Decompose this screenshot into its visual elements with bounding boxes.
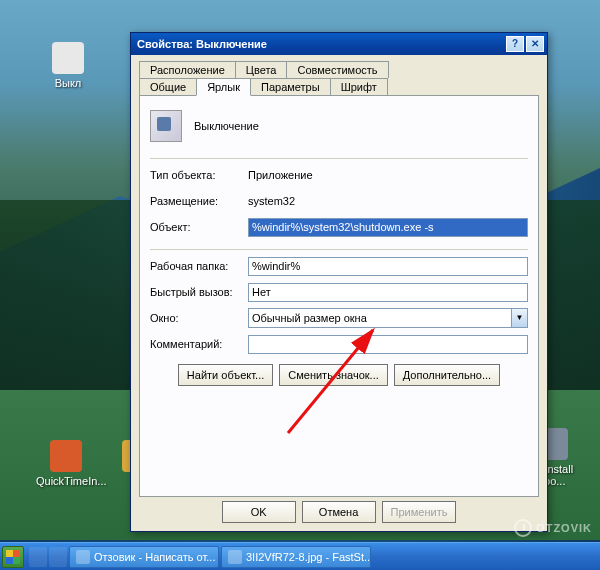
hotkey-label: Быстрый вызов: xyxy=(150,286,248,298)
change-icon-button[interactable]: Сменить значок... xyxy=(279,364,388,386)
close-button[interactable]: ✕ xyxy=(526,36,544,52)
desktop-icon-quicktime[interactable]: QuickTimeIn... xyxy=(36,440,96,487)
location-label: Размещение: xyxy=(150,195,248,207)
apply-button[interactable]: Применить xyxy=(382,501,457,523)
location-value: system32 xyxy=(248,195,295,207)
type-value: Приложение xyxy=(248,169,313,181)
type-label: Тип объекта: xyxy=(150,169,248,181)
find-target-button[interactable]: Найти объект... xyxy=(178,364,273,386)
hotkey-input[interactable] xyxy=(248,283,528,302)
desktop-icon-shutdown[interactable]: Выкл xyxy=(38,42,98,89)
watermark: OTZOVIK xyxy=(514,519,592,537)
workdir-input[interactable] xyxy=(248,257,528,276)
ok-button[interactable]: OK xyxy=(222,501,296,523)
comment-input[interactable] xyxy=(248,335,528,354)
target-input[interactable] xyxy=(248,218,528,237)
quicklaunch-icon[interactable] xyxy=(49,547,67,567)
window-label: Окно: xyxy=(150,312,248,324)
quicklaunch-icon[interactable] xyxy=(29,547,47,567)
shortcut-icon xyxy=(150,110,182,142)
start-button[interactable] xyxy=(2,546,24,568)
taskbar-item-firefox[interactable]: Отзовик - Написать от... xyxy=(69,546,219,568)
tab-font[interactable]: Шрифт xyxy=(330,78,388,95)
target-label: Объект: xyxy=(150,221,248,233)
taskbar-item-faststone[interactable]: 3II2VfR72-8.jpg - FastSt... xyxy=(221,546,371,568)
properties-dialog: Свойства: Выключение ? ✕ Расположение Цв… xyxy=(130,32,548,532)
advanced-button[interactable]: Дополнительно... xyxy=(394,364,500,386)
firefox-icon xyxy=(76,550,90,564)
comment-label: Комментарий: xyxy=(150,338,248,350)
dialog-title: Свойства: Выключение xyxy=(137,38,504,50)
tabs-container: Расположение Цвета Совместимость Общие Я… xyxy=(131,55,547,95)
cancel-button[interactable]: Отмена xyxy=(302,501,376,523)
tab-panel: Выключение Тип объекта: Приложение Разме… xyxy=(139,95,539,497)
tab-params[interactable]: Параметры xyxy=(250,78,331,95)
chevron-down-icon: ▼ xyxy=(511,309,527,327)
titlebar[interactable]: Свойства: Выключение ? ✕ xyxy=(131,33,547,55)
tab-shortcut[interactable]: Ярлык xyxy=(196,78,251,96)
tab-colors[interactable]: Цвета xyxy=(235,61,288,78)
tab-location[interactable]: Расположение xyxy=(139,61,236,78)
tab-general[interactable]: Общие xyxy=(139,78,197,95)
image-icon xyxy=(228,550,242,564)
taskbar[interactable]: Отзовик - Написать от... 3II2VfR72-8.jpg… xyxy=(0,542,600,570)
window-select[interactable]: Обычный размер окна ▼ xyxy=(248,308,528,328)
help-button[interactable]: ? xyxy=(506,36,524,52)
workdir-label: Рабочая папка: xyxy=(150,260,248,272)
tab-compat[interactable]: Совместимость xyxy=(286,61,388,78)
app-name: Выключение xyxy=(194,120,259,132)
